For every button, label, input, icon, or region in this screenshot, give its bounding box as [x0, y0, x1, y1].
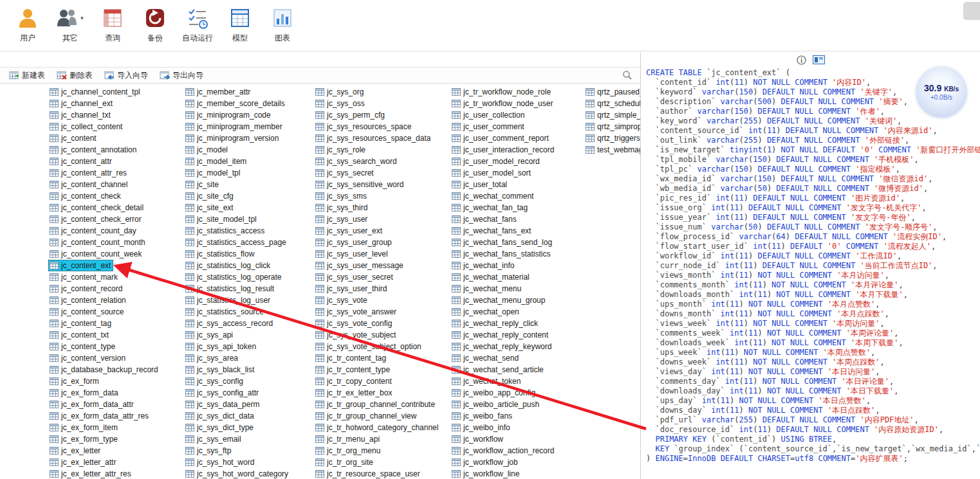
table-list-item[interactable]: jc_site_model_tpl [184, 213, 259, 225]
table-list-item[interactable]: jc_weibo_article_push [450, 399, 542, 410]
table-list-item[interactable]: jc_sys_hot_word_category [184, 468, 291, 479]
table-list-item[interactable]: jc_ex_letter_attr [48, 456, 118, 468]
table-list-item[interactable]: jc_workflow [450, 433, 506, 445]
table-list-item[interactable]: jc_sys_config_attr [184, 387, 261, 399]
table-list-item[interactable]: jc_tr_workflow_node_user [450, 98, 555, 109]
table-list-item[interactable]: jc_sys_vote_subject [314, 329, 398, 341]
info-icon[interactable] [797, 55, 806, 65]
table-list-item[interactable]: qrtz_paused_trigger_grps [584, 86, 640, 98]
table-list-item[interactable]: jc_statistics_log_result [184, 283, 277, 294]
table-list-item[interactable]: jc_sys_perm_cfg [314, 109, 387, 121]
table-list-item[interactable]: jc_wechat_open [450, 306, 522, 318]
table-list-item[interactable]: jc_statistics_log_click [184, 260, 273, 271]
table-list-item[interactable]: jc_sys_search_word [314, 156, 400, 167]
table-list-item[interactable]: jc_wechat_info [450, 260, 517, 271]
table-list-item[interactable]: jc_sys_dict_data [184, 410, 257, 422]
table-list-item[interactable]: jc_channel_ext [48, 98, 115, 109]
table-list-item[interactable]: jc_miniprogram_code [184, 109, 273, 121]
table-list-item[interactable]: jc_sys_sms [314, 190, 369, 202]
table-list-item[interactable]: jc_user_total [450, 179, 510, 190]
table-list-item[interactable]: jc_statistics_log_operate [184, 271, 284, 283]
table-list-item[interactable]: jc_tr_ex_letter_box [314, 387, 394, 399]
table-list-item[interactable]: jc_wechat_fans_statistics [450, 248, 553, 260]
table-list-item[interactable]: jc_weibo_app_config [450, 387, 538, 399]
table-list-item[interactable]: qrtz_triggers [584, 132, 640, 144]
table-list-item[interactable]: jc_user_model_sort [450, 167, 533, 179]
table-list-item[interactable]: jc_content_record [48, 283, 125, 294]
table-list-item[interactable]: jc_tr_copy_content [314, 375, 394, 387]
table-list-item[interactable]: jc_channel_content_tpl [48, 86, 143, 98]
new-table-button[interactable]: 新建表 [3, 68, 51, 83]
table-list-item[interactable]: jc_sys_config [184, 375, 246, 387]
table-list-item[interactable]: jc_user_comment [450, 121, 527, 132]
table-list-item[interactable]: jc_content_attr [48, 156, 115, 167]
table-list-item[interactable]: jc_site [184, 179, 221, 190]
table-list-item[interactable]: jc_wechat_send_article [450, 364, 546, 375]
table-list-item[interactable]: jc_sys_sensitive_word [314, 179, 406, 190]
table-list-item[interactable]: jc_sys_vote_subject_option [314, 341, 424, 352]
table-list-item[interactable]: jc_sys_secret [314, 167, 376, 179]
table-list-item[interactable]: jc_site_ext [184, 202, 236, 213]
table-list-item-selected[interactable]: jc_content_ext [48, 260, 113, 271]
table-list-item[interactable]: jc_member_score_details [184, 98, 288, 109]
table-list-item[interactable]: jc_sys_org [314, 86, 366, 98]
table-list-item[interactable]: jc_content_count_week [48, 248, 144, 260]
table-list-item[interactable]: jc_sys_resources_space [314, 121, 414, 132]
table-list-item[interactable]: jc_sys_black_list [184, 364, 257, 375]
table-list-item[interactable]: jc_content_annotation [48, 144, 139, 156]
table-list-item[interactable]: qrtz_simple_triggers [584, 109, 640, 121]
table-list-item[interactable]: jc_sys_api_token [184, 341, 259, 352]
table-list-item[interactable]: jc_wechat_send [450, 352, 521, 364]
delete-table-button[interactable]: 删除表 [51, 68, 98, 83]
table-list-item[interactable]: jc_sys_user_third [314, 283, 389, 294]
table-list-item[interactable]: jc_content [48, 132, 99, 144]
table-list-item[interactable]: jc_wechat_menu [450, 283, 524, 294]
table-list-item[interactable]: jc_workflow_line [450, 468, 522, 479]
table-list-item[interactable]: jc_sys_email [184, 433, 244, 445]
table-list-item[interactable]: jc_ex_form_data_attr [48, 399, 136, 410]
table-list-item[interactable]: jc_miniprogram_version [184, 132, 281, 144]
table-list-item[interactable]: jc_tr_org_menu [314, 445, 383, 456]
table-list-item[interactable]: jc_user_collection [450, 109, 527, 121]
table-list-item[interactable]: jc_weibo_info [450, 422, 513, 433]
table-list-item[interactable]: jc_sys_access_record [184, 318, 275, 329]
table-list-item[interactable]: jc_user_interaction_record [450, 144, 557, 156]
table-list-item[interactable]: jc_sys_user_ext [314, 225, 385, 237]
table-list-item[interactable]: jc_wechat_menu_group [450, 294, 548, 306]
table-list-item[interactable]: jc_statistics_flow [184, 248, 257, 260]
toolbar-button-model[interactable]: 模型 [219, 5, 261, 44]
table-list-item[interactable]: jc_sys_role [314, 144, 368, 156]
table-list-item[interactable]: jc_user_comment_report [450, 132, 551, 144]
table-list-item[interactable]: jc_wechat_reply_keyword [450, 341, 554, 352]
table-list-item[interactable]: jc_content_check_error [48, 213, 144, 225]
table-list-item[interactable]: jc_ex_form [48, 375, 102, 387]
table-list-item[interactable]: jc_sys_dict_type [184, 422, 256, 433]
table-list-item[interactable]: jc_model_item [184, 156, 249, 167]
table-list-item[interactable]: jc_sys_resources_space_data [314, 132, 433, 144]
table-list-item[interactable]: jc_content_tag [48, 318, 114, 329]
search-icon[interactable] [622, 70, 633, 80]
toolbar-button-backup[interactable]: 备份 [134, 5, 176, 44]
table-list-item[interactable]: jc_content_txt [48, 329, 111, 341]
table-list-item[interactable]: jc_ex_form_type [48, 433, 120, 445]
table-list-item[interactable]: jc_content_source [48, 306, 126, 318]
table-list-item[interactable]: qrtz_scheduler_state [584, 98, 640, 109]
ddl-preview-icon[interactable] [813, 55, 825, 64]
table-list-item[interactable]: jc_sys_third [314, 202, 370, 213]
table-list-item[interactable]: jc_database_backup_record [48, 364, 161, 375]
table-list-item[interactable]: jc_content_check_detail [48, 202, 146, 213]
table-list-item[interactable]: jc_wechat_fan_tag [450, 202, 530, 213]
table-list-item[interactable]: jc_weibo_fans [450, 410, 515, 422]
table-list-item[interactable]: jc_wechat_comment [450, 190, 536, 202]
table-list-item[interactable]: jc_content_attr_res [48, 167, 129, 179]
table-list-item[interactable]: jc_wechat_fans_send_log [450, 237, 555, 248]
table-list-item[interactable]: jc_statistics_log_user [184, 294, 273, 306]
toolbar-button-query[interactable]: 查询 [91, 5, 134, 44]
table-list-item[interactable]: jc_workflow_job [450, 456, 521, 468]
table-list-item[interactable]: jc_tr_resource_space_user [314, 468, 423, 479]
chevron-down-icon[interactable]: ▼ [80, 15, 85, 21]
toolbar-button-others[interactable]: ▼ 其它 [49, 5, 91, 44]
table-list-item[interactable]: jc_sys_user [314, 213, 370, 225]
table-list-item[interactable]: jc_ex_letter_attr_res [48, 468, 134, 479]
table-list-item[interactable]: jc_wechat_fans_ext [450, 225, 533, 237]
